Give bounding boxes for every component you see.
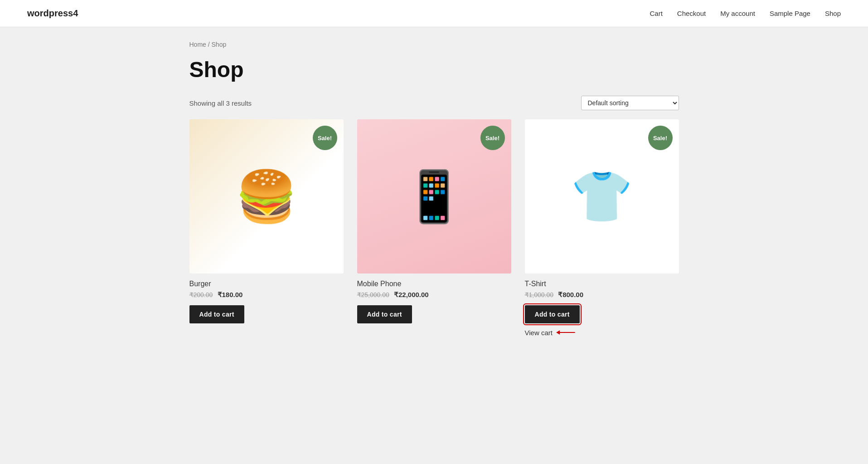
sale-price-mobile-phone: ₹22,000.00 (394, 291, 429, 298)
product-image-wrap-tshirt: 👕 Sale! (525, 119, 679, 274)
price-wrap-burger: ₹200.00 ₹180.00 (189, 291, 344, 299)
nav-checkout[interactable]: Checkout (677, 10, 706, 17)
sale-price-tshirt: ₹800.00 (558, 291, 583, 298)
breadcrumb: Home / Shop (189, 41, 679, 48)
view-cart-arrow (556, 328, 578, 337)
site-title: wordpress4 (27, 8, 78, 19)
svg-marker-1 (556, 330, 560, 335)
breadcrumb-home[interactable]: Home (189, 41, 206, 48)
product-image-wrap-mobile-phone: 📱 Sale! (357, 119, 511, 274)
price-wrap-tshirt: ₹1,000.00 ₹800.00 (525, 291, 679, 299)
view-cart-wrap: View cart (525, 328, 679, 337)
sale-price-burger: ₹180.00 (218, 291, 243, 298)
product-card-mobile-phone: 📱 Sale! Mobile Phone ₹25,000.00 ₹22,000.… (357, 119, 511, 337)
sale-badge-mobile-phone: Sale! (480, 126, 505, 150)
main-nav: Cart Checkout My account Sample Page Sho… (650, 10, 841, 17)
product-card-tshirt: 👕 Sale! T-Shirt ₹1,000.00 ₹800.00 Add to… (525, 119, 679, 337)
products-grid: 🍔 Sale! Burger ₹200.00 ₹180.00 Add to ca… (189, 119, 679, 337)
breadcrumb-separator: / (208, 41, 212, 48)
results-count: Showing all 3 results (189, 99, 252, 107)
add-to-cart-burger[interactable]: Add to cart (189, 305, 244, 323)
nav-sample-page[interactable]: Sample Page (770, 10, 810, 17)
nav-cart[interactable]: Cart (650, 10, 662, 17)
sort-select[interactable]: Default sorting Sort by popularity Sort … (581, 96, 679, 110)
product-name-tshirt: T-Shirt (525, 280, 679, 288)
add-to-cart-tshirt[interactable]: Add to cart (525, 305, 580, 323)
view-cart-link[interactable]: View cart (525, 329, 553, 337)
nav-my-account[interactable]: My account (720, 10, 755, 17)
breadcrumb-current: Shop (212, 41, 227, 48)
page-title: Shop (189, 57, 679, 82)
original-price-burger: ₹200.00 (189, 291, 213, 298)
product-name-mobile-phone: Mobile Phone (357, 280, 511, 288)
product-card-burger: 🍔 Sale! Burger ₹200.00 ₹180.00 Add to ca… (189, 119, 344, 337)
nav-shop[interactable]: Shop (825, 10, 841, 17)
original-price-mobile-phone: ₹25,000.00 (357, 291, 389, 298)
sale-badge-tshirt: Sale! (648, 126, 673, 150)
product-name-burger: Burger (189, 280, 344, 288)
sale-badge-burger: Sale! (313, 126, 337, 150)
add-to-cart-mobile-phone[interactable]: Add to cart (357, 305, 412, 323)
price-wrap-mobile-phone: ₹25,000.00 ₹22,000.00 (357, 291, 511, 299)
original-price-tshirt: ₹1,000.00 (525, 291, 554, 298)
product-image-wrap-burger: 🍔 Sale! (189, 119, 344, 274)
